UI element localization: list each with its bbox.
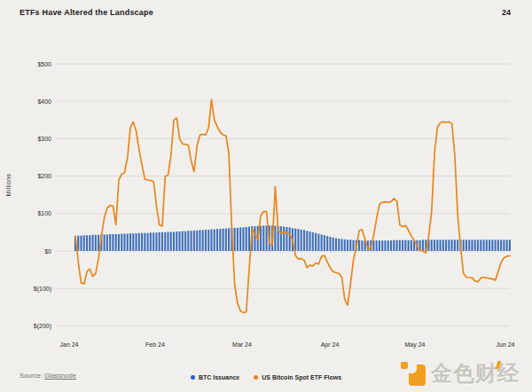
issuance-bar xyxy=(353,240,355,251)
issuance-bar xyxy=(338,239,340,251)
issuance-bar xyxy=(468,239,470,251)
issuance-bar xyxy=(309,231,311,251)
issuance-bar xyxy=(150,232,152,251)
issuance-bar xyxy=(454,239,456,251)
issuance-bar xyxy=(384,240,386,251)
issuance-bar xyxy=(184,231,186,251)
y-tick-label: $500 xyxy=(37,61,51,67)
issuance-bar xyxy=(262,225,264,251)
issuance-bar xyxy=(234,228,236,251)
issuance-bar xyxy=(274,226,276,251)
issuance-bar xyxy=(104,234,106,251)
issuance-bar xyxy=(223,229,224,251)
x-tick-label: Feb 24 xyxy=(145,341,165,348)
y-tick-label: $200 xyxy=(37,173,51,179)
y-tick-label: $400 xyxy=(37,98,51,105)
issuance-bar xyxy=(80,236,82,251)
issuance-bar xyxy=(408,240,410,251)
report-page: ETFs Have Altered the Landscape 24 Milli… xyxy=(0,0,532,392)
issuance-bar xyxy=(509,239,511,251)
issuance-bar xyxy=(466,239,467,251)
issuance-bar xyxy=(448,239,450,251)
issuance-bar xyxy=(86,235,88,251)
etf-flow-line xyxy=(75,99,510,313)
issuance-bar xyxy=(312,232,314,251)
y-tick-label: $(200) xyxy=(34,323,51,330)
issuance-bar xyxy=(199,230,200,251)
issuance-bar xyxy=(260,226,262,251)
y-tick-label: $300 xyxy=(37,136,51,142)
issuance-bar xyxy=(495,239,497,251)
issuance-bar xyxy=(132,233,134,251)
issuance-bar xyxy=(474,239,476,251)
issuance-bar xyxy=(376,240,378,251)
issuance-bar xyxy=(457,239,458,251)
issuance-bar xyxy=(173,231,175,251)
issuance-bar xyxy=(266,225,268,251)
issuance-bar xyxy=(471,239,473,251)
issuance-bar xyxy=(442,239,444,251)
issuance-bar xyxy=(379,240,380,251)
issuance-bar xyxy=(381,240,383,251)
issuance-bar xyxy=(147,233,149,251)
issuance-bar xyxy=(202,230,204,251)
issuance-bar xyxy=(500,239,502,251)
issuance-bar xyxy=(127,234,129,251)
issuance-bar xyxy=(396,240,398,251)
source-note: Source: Glassnode xyxy=(20,372,76,380)
x-tick-label: May 24 xyxy=(405,341,426,349)
etf-flows-chart: $500$400$300$200$100$0$(100)$(200)Jan 24… xyxy=(0,0,532,392)
issuance-bar xyxy=(411,240,412,251)
issuance-bar xyxy=(210,230,212,251)
issuance-bar xyxy=(92,235,94,251)
issuance-bar xyxy=(144,233,145,251)
issuance-bar xyxy=(436,239,438,251)
issuance-bar xyxy=(402,240,403,251)
issuance-bar xyxy=(214,230,215,251)
x-tick-label: Apr 24 xyxy=(321,341,340,349)
y-tick-label: $(100) xyxy=(34,286,51,293)
issuance-bar xyxy=(141,233,143,251)
issuance-bar xyxy=(483,239,485,251)
issuance-bar xyxy=(303,230,305,251)
issuance-bar xyxy=(297,229,299,251)
source-link[interactable]: Glassnode xyxy=(44,372,76,380)
issuance-bar xyxy=(164,232,166,251)
source-label: Source: xyxy=(20,372,43,380)
issuance-bar xyxy=(286,227,287,251)
issuance-bar xyxy=(246,227,247,251)
issuance-bar xyxy=(193,231,195,251)
issuance-bar xyxy=(176,231,177,251)
issuance-bar xyxy=(136,233,137,251)
issuance-bar xyxy=(115,234,117,251)
issuance-bar xyxy=(324,235,325,251)
issuance-bar xyxy=(182,231,184,251)
issuance-bar xyxy=(170,231,172,251)
issuance-bar xyxy=(205,230,207,251)
issuance-bar xyxy=(503,239,505,251)
issuance-bar xyxy=(155,232,157,251)
issuance-bar xyxy=(344,239,346,251)
issuance-bar xyxy=(506,239,508,251)
watermark-text: 金色财经 xyxy=(431,359,520,388)
issuance-bar xyxy=(109,234,111,251)
issuance-bar xyxy=(89,235,90,251)
issuance-bar xyxy=(321,234,323,251)
issuance-bar xyxy=(225,229,227,251)
issuance-bar xyxy=(361,240,363,251)
issuance-bar xyxy=(306,231,308,251)
issuance-bar xyxy=(216,229,218,251)
issuance-bar xyxy=(239,227,241,251)
issuance-bar xyxy=(121,234,122,251)
issuance-bar xyxy=(187,231,189,251)
issuance-bar xyxy=(372,240,374,251)
issuance-bar xyxy=(451,239,453,251)
issuance-bar xyxy=(477,239,479,251)
y-tick-label: $0 xyxy=(44,248,51,255)
issuance-bar xyxy=(497,239,499,251)
issuance-bar xyxy=(335,239,337,251)
issuance-bar xyxy=(289,227,291,251)
issuance-bar xyxy=(106,234,108,251)
x-tick-label: Mar 24 xyxy=(232,341,252,348)
jinse-logo-icon xyxy=(400,360,426,387)
